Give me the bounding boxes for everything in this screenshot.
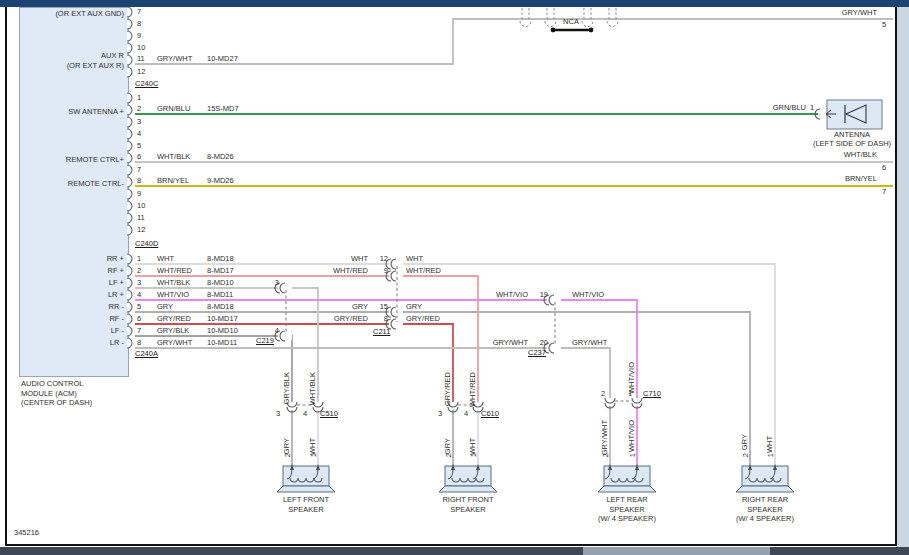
connector-pin: 9	[384, 267, 388, 276]
wire-name: WHT/VIO	[496, 291, 528, 300]
antenna-pin: 1	[810, 104, 814, 113]
connector-c211[interactable]: C211	[373, 328, 390, 337]
acm-pin: 1	[137, 255, 141, 264]
acm-pin: 3	[137, 118, 141, 127]
edge-pin: 5	[882, 21, 886, 30]
wire-name-vertical: WHT/RED	[468, 372, 477, 407]
acm-signal-aux-r: AUX R	[101, 52, 124, 61]
connector-c510[interactable]: C510	[320, 410, 338, 419]
wire-name: WHT/RED	[157, 267, 192, 276]
connector-pin: 15	[380, 303, 388, 312]
acm-pin: 8	[137, 339, 141, 348]
wire-name-vertical: GRY/WHT	[600, 420, 609, 455]
connector-c610[interactable]: C610	[481, 410, 499, 419]
acm-pin: 2	[137, 267, 141, 276]
wire-name-vertical: GRY/BLK	[282, 372, 291, 404]
connector-pin: 3	[276, 410, 280, 419]
wire-name: WHT	[406, 255, 423, 264]
acm-signal-aux-gnd-alt: (OR EXT AUX GND)	[55, 10, 124, 19]
acm-pin: 7	[137, 8, 141, 17]
acm-pin: 6	[137, 153, 141, 162]
connector-pin: 3	[438, 410, 442, 419]
speaker-pin: 2	[741, 453, 750, 457]
acm-pin: 1	[137, 94, 141, 103]
connector-pin: 20	[540, 339, 548, 348]
wire-aux-r-gry-wht	[135, 19, 893, 64]
acm-pin: 4	[137, 291, 141, 300]
acm-pin: 8	[137, 20, 141, 29]
wire-name: GRY/WHT	[157, 339, 192, 348]
left-rear-speaker-caption: LEFT REAR SPEAKER (W/ 4 SPEAKER)	[577, 495, 677, 524]
wire-name: GRN/BLU	[157, 105, 190, 114]
acm-signal-sw-antenna: SW ANTENNA +	[68, 108, 124, 117]
acm-signal-remote-neg: REMOTE CTRL-	[68, 180, 124, 189]
connector-c219[interactable]: C219	[256, 337, 274, 346]
wire-name: WHT	[351, 255, 368, 264]
wire-name: WHT/BLK	[157, 279, 190, 288]
connector-pin: 1	[628, 390, 632, 399]
wire-name-vertical: GRY	[740, 434, 749, 450]
acm-pin: 10	[137, 44, 145, 53]
acm-pin: 6	[137, 315, 141, 324]
connector-c710[interactable]: C710	[643, 390, 661, 399]
wire-name: WHT	[157, 255, 174, 264]
wire-name: GRN/BLU	[773, 104, 806, 113]
acm-signal-rf-pos: RF +	[108, 267, 124, 276]
connector-pin: 4	[464, 410, 468, 419]
acm-connector-c240a[interactable]: C240A	[135, 350, 158, 359]
wire-circuit: 9-MD26	[207, 177, 234, 186]
right-front-speaker-caption: RIGHT FRONT SPEAKER	[418, 495, 518, 514]
wire-name: GRY/RED	[334, 315, 368, 324]
wire-circuit: 10-MD27	[207, 55, 238, 64]
acm-signal-lr-neg: LR -	[110, 339, 124, 348]
wire-circuit: 15S-MD7	[207, 105, 239, 114]
speaker-pin: 2	[444, 453, 453, 457]
speaker-pin: 1	[628, 453, 637, 457]
wire-name-vertical: WHT/BLK	[308, 372, 317, 405]
acm-signal-remote-pos: REMOTE CTRL+	[66, 156, 124, 165]
wire-name: GRY/RED	[406, 315, 440, 324]
wire-name: GRY	[157, 303, 173, 312]
wire-name: GRY/WHT	[572, 339, 607, 348]
wire-name: GRY/WHT	[493, 339, 528, 348]
wire-circuit: 10-MD10	[207, 327, 238, 336]
acm-signal-aux-r-alt: (OR EXT AUX R)	[67, 62, 124, 71]
speaker-pin: 1	[309, 453, 318, 457]
antenna-caption: ANTENNA (LEFT SIDE OF DASH)	[802, 131, 902, 148]
acm-pin: 2	[137, 105, 141, 114]
wire-name-vertical: WHT/VIO	[627, 420, 636, 452]
acm-signal-lf-pos: LF +	[109, 279, 124, 288]
horizontal-scrollbar-track[interactable]	[0, 547, 909, 555]
acm-connector-c240d[interactable]: C240D	[135, 240, 158, 249]
left-front-speaker-symbol	[277, 464, 335, 492]
acm-pin: 12	[137, 226, 145, 235]
connector-c237[interactable]: C237	[528, 349, 546, 358]
wire-name-vertical: GRY/RED	[443, 372, 452, 406]
acm-pin-arcs	[127, 7, 132, 348]
nca-bar	[551, 28, 594, 33]
left-front-speaker-caption: LEFT FRONT SPEAKER	[256, 495, 356, 514]
wire-circuit: 10-MD17	[207, 315, 238, 324]
connector-pin: 4	[303, 410, 307, 419]
wire-name: BRN/YEL	[157, 177, 189, 186]
wire-circuit: 8-MD10	[207, 279, 234, 288]
wire-name: WHT/RED	[406, 267, 441, 276]
wire-circuit: 8-MD11	[207, 291, 233, 300]
speaker-pin: 1	[469, 453, 478, 457]
connector-pin: 2	[601, 390, 605, 399]
vertical-scrollbar[interactable]	[897, 7, 909, 547]
right-rear-speaker-caption: RIGHT REAR SPEAKER (W/ 4 SPEAKER)	[715, 495, 815, 524]
wire-name: WHT/BLK	[844, 151, 877, 160]
right-front-speaker-symbol	[439, 464, 497, 492]
acm-connector-c240c[interactable]: C240C	[135, 80, 158, 89]
connector-pin: 4	[275, 327, 279, 336]
wire-name-vertical: GRY	[443, 438, 452, 454]
edge-pin: 7	[882, 188, 886, 197]
inline-connector-arcs	[275, 259, 642, 412]
acm-pin: 8	[137, 177, 141, 186]
horizontal-scrollbar-thumb[interactable]	[583, 547, 770, 555]
speaker-pin: 1	[766, 453, 775, 457]
acm-pin: 5	[137, 303, 141, 312]
document-number: 345216	[14, 529, 39, 538]
acm-pin: 12	[137, 68, 145, 77]
